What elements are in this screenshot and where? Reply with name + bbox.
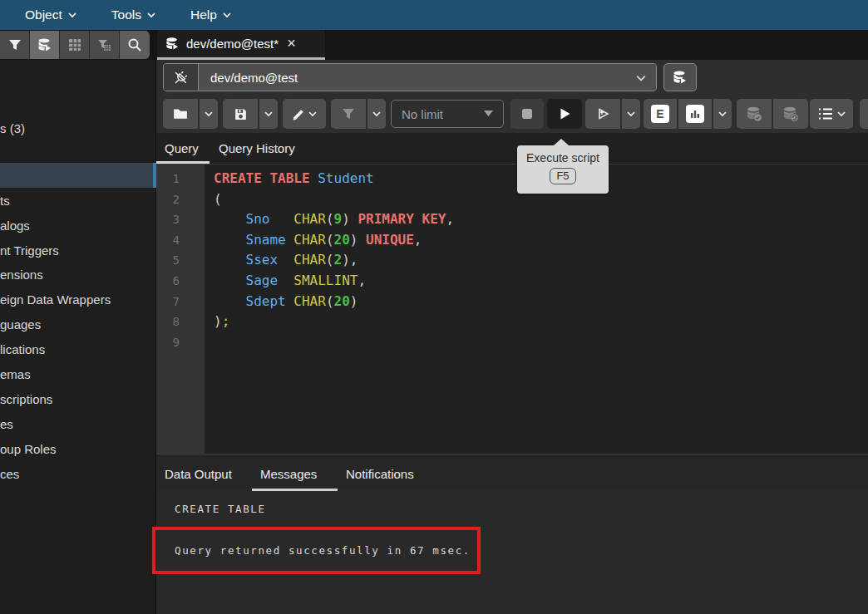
save-button[interactable] bbox=[223, 99, 258, 129]
tooltip-arrow bbox=[554, 139, 569, 145]
edit-button[interactable] bbox=[283, 99, 326, 129]
line-number: 3 bbox=[156, 209, 205, 230]
line-number: 9 bbox=[156, 332, 205, 353]
filter-icon bbox=[342, 107, 355, 120]
filter-button[interactable] bbox=[331, 99, 366, 129]
chevron-down-icon bbox=[627, 110, 635, 118]
edge-clipped-group bbox=[860, 99, 868, 129]
chevron-down-icon bbox=[68, 11, 76, 19]
code-line[interactable]: Sname CHAR(20) UNIQUE, bbox=[214, 230, 868, 251]
execute-to-cursor-button[interactable] bbox=[585, 99, 620, 129]
new-connection-button[interactable] bbox=[663, 63, 697, 91]
explain-analyze-button[interactable] bbox=[678, 99, 712, 129]
tree-item[interactable]: ts bbox=[0, 189, 156, 214]
tree-item[interactable]: nt Triggers bbox=[0, 238, 156, 263]
chevron-down-icon bbox=[837, 110, 846, 118]
tab-notifications[interactable]: Notifications bbox=[346, 454, 414, 491]
clipped-button[interactable] bbox=[860, 99, 868, 129]
save-group bbox=[223, 99, 278, 129]
transaction-group bbox=[737, 99, 808, 129]
filter-group bbox=[331, 99, 386, 129]
tab-messages[interactable]: Messages bbox=[260, 454, 317, 491]
play-cursor-icon bbox=[595, 106, 610, 121]
tree-item[interactable]: eign Data Wrappers bbox=[0, 287, 156, 312]
chevron-down-icon bbox=[205, 110, 213, 118]
tree-item[interactable]: s (3) bbox=[0, 116, 156, 141]
explain-menu-button[interactable] bbox=[713, 99, 732, 129]
filter-icon[interactable] bbox=[0, 31, 30, 59]
macros-group bbox=[810, 99, 853, 129]
explain-group: E bbox=[644, 99, 732, 129]
tree-item[interactable]: emas bbox=[0, 362, 156, 387]
tree-item[interactable]: guages bbox=[0, 312, 156, 337]
code-line[interactable]: Sage SMALLINT, bbox=[214, 271, 868, 292]
filter-menu-button[interactable] bbox=[367, 99, 386, 129]
tab-title: dev/demo@test* bbox=[186, 37, 279, 51]
tree-item-selected[interactable] bbox=[0, 163, 156, 188]
save-icon bbox=[234, 107, 248, 121]
tree-item[interactable]: ensions bbox=[0, 263, 156, 287]
rollback-button[interactable] bbox=[773, 99, 808, 129]
open-file-button[interactable] bbox=[163, 99, 198, 129]
menu-object[interactable]: Object bbox=[25, 7, 76, 22]
execute-options-menu-button[interactable] bbox=[622, 99, 640, 129]
stop-icon bbox=[520, 107, 534, 120]
rollback-icon bbox=[782, 106, 799, 122]
line-number: 4 bbox=[156, 230, 205, 251]
execute-group bbox=[547, 99, 582, 129]
tab-query-tool[interactable]: dev/demo@test* × bbox=[157, 30, 325, 60]
close-icon[interactable]: × bbox=[287, 35, 296, 52]
chevron-down-icon bbox=[147, 11, 155, 19]
chevron-down-icon bbox=[372, 110, 381, 118]
rows-limit-select[interactable]: No limit bbox=[391, 100, 504, 128]
connection-selector[interactable]: dev/demo@test bbox=[199, 64, 656, 91]
chevron-down-icon bbox=[308, 110, 317, 118]
filter-grid-icon[interactable] bbox=[90, 31, 120, 59]
code-line[interactable] bbox=[214, 332, 868, 353]
search-icon[interactable] bbox=[120, 31, 150, 59]
code-line[interactable]: Sno CHAR(9) PRIMARY KEY, bbox=[214, 209, 868, 230]
code-line[interactable]: Ssex CHAR(2), bbox=[214, 250, 868, 271]
connection-status-button[interactable] bbox=[164, 64, 199, 91]
tab-query[interactable]: Query bbox=[165, 133, 199, 164]
macros-button[interactable] bbox=[810, 99, 853, 129]
code-line[interactable]: ); bbox=[214, 312, 868, 332]
code-line[interactable]: Sdept CHAR(20) bbox=[214, 292, 868, 312]
sql-editor[interactable]: 123456789 CREATE TABLE Student( Sno CHAR… bbox=[156, 165, 868, 454]
active-tab-indicator bbox=[252, 489, 338, 491]
line-number: 2 bbox=[156, 189, 205, 210]
open-file-menu-button[interactable] bbox=[200, 99, 218, 129]
edit-group bbox=[283, 99, 326, 129]
line-number: 5 bbox=[156, 250, 205, 271]
annotation-box: Query returned successfully in 67 msec. bbox=[152, 527, 481, 574]
chevron-down-icon bbox=[264, 110, 273, 118]
tree-item[interactable]: oup Roles bbox=[0, 437, 156, 462]
save-menu-button[interactable] bbox=[259, 99, 278, 129]
stop-group bbox=[510, 99, 544, 129]
tab-data-output[interactable]: Data Output bbox=[165, 454, 232, 491]
stop-button[interactable] bbox=[510, 99, 544, 129]
tree-item[interactable]: ces bbox=[0, 462, 156, 487]
explain-button[interactable]: E bbox=[644, 99, 677, 129]
pencil-icon bbox=[292, 107, 306, 121]
tree-item[interactable]: lications bbox=[0, 337, 156, 362]
browser-toolbar bbox=[0, 31, 150, 59]
object-explorer: s (3)tsalogsnt Triggersensionseign Data … bbox=[0, 60, 156, 614]
execute-button[interactable] bbox=[547, 99, 582, 129]
output-tabbar: Data Output Messages Notifications bbox=[156, 454, 868, 491]
view-data-icon[interactable] bbox=[30, 31, 60, 59]
menu-object-label: Object bbox=[25, 7, 62, 22]
menu-tools[interactable]: Tools bbox=[111, 7, 155, 22]
connection-bar: dev/demo@test bbox=[156, 60, 868, 95]
tree-item[interactable]: es bbox=[0, 412, 156, 437]
editor-code[interactable]: CREATE TABLE Student( Sno CHAR(9) PRIMAR… bbox=[205, 165, 868, 454]
tree-item[interactable]: scriptions bbox=[0, 387, 156, 412]
menu-help[interactable]: Help bbox=[190, 7, 231, 22]
commit-button[interactable] bbox=[737, 99, 772, 129]
tab-query-history[interactable]: Query History bbox=[219, 133, 295, 164]
open-file-group bbox=[163, 99, 218, 129]
query-toolbar: No limit bbox=[156, 95, 868, 133]
line-number: 7 bbox=[156, 292, 205, 312]
tree-item[interactable]: alogs bbox=[0, 214, 156, 238]
table-grid-icon[interactable] bbox=[60, 31, 90, 59]
